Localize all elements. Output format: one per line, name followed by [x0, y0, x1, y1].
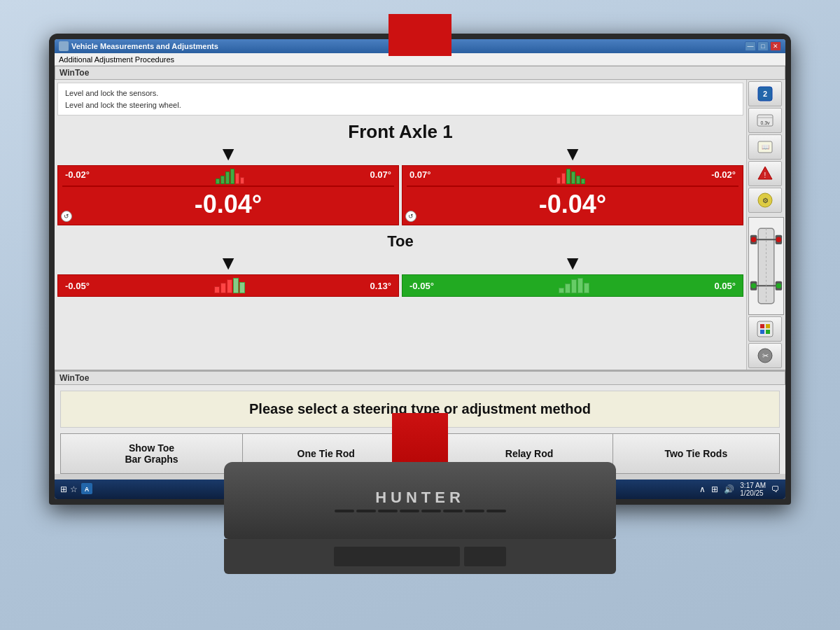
vehicle-schematic: [749, 220, 783, 312]
minimize-button[interactable]: —: [745, 41, 756, 51]
taskbar-datetime: 3:17 AM 1/20/25: [740, 482, 766, 497]
front-axle-panels: ▼ -0.02°: [55, 144, 746, 228]
bar-seg: [584, 283, 589, 293]
svg-text:⚙: ⚙: [762, 197, 769, 204]
vent-6: [443, 510, 463, 512]
front-left-bar-graph: [214, 169, 246, 184]
wintoe-top-header: WinToe: [55, 66, 785, 80]
monitor-outer: Vehicle Measurements and Adjustments — □…: [49, 14, 791, 616]
show-toe-bar-graphs-button[interactable]: Show Toe Bar Graphs: [61, 434, 243, 473]
instructions-box: Level and lock the sensors. Level and lo…: [57, 83, 743, 115]
bar-seg: [565, 284, 570, 293]
keyboard-numpad: [464, 547, 506, 566]
bar-seg: [227, 279, 232, 293]
bar-seg: [581, 178, 585, 184]
svg-text:📖: 📖: [762, 143, 770, 151]
sidebar-icon-5[interactable]: ⚙: [748, 188, 782, 213]
taskbar-icon-star[interactable]: ☆: [70, 484, 78, 494]
front-left-main-val: -0.04°: [62, 186, 394, 222]
bar-seg: [566, 169, 570, 184]
front-right-wheel-block: ▼ 0.07°: [402, 144, 743, 225]
restore-button[interactable]: □: [757, 41, 769, 51]
svg-rect-25: [766, 324, 770, 328]
taskbar-network-icon: ⊞: [711, 484, 718, 494]
front-right-bar-graph: [555, 169, 587, 184]
rear-right-arrow: ▼: [402, 253, 743, 273]
start-icon[interactable]: ⊞: [60, 484, 67, 494]
content-area: Level and lock the sensors. Level and lo…: [55, 80, 785, 370]
two-tie-rods-button[interactable]: Two Tie Rods: [613, 434, 779, 473]
close-button[interactable]: ✕: [770, 41, 781, 51]
svg-point-21: [751, 237, 757, 243]
svg-rect-27: [766, 330, 770, 334]
svg-text:✂: ✂: [762, 351, 769, 360]
taskbar-arrow-icon[interactable]: ∧: [699, 484, 706, 494]
rear-left-top-left-val: -0.05°: [62, 280, 92, 292]
rear-right-wheel-block: ▼ -0.05°: [402, 253, 743, 297]
bar-seg: [220, 176, 225, 184]
svg-rect-24: [760, 324, 764, 328]
taskbar-icon-app[interactable]: A: [80, 482, 93, 497]
bar-seg: [216, 178, 220, 184]
sidebar-icon-6[interactable]: [748, 316, 782, 342]
bar-seg: [561, 173, 566, 184]
bar-seg: [230, 169, 234, 184]
hunter-machine-base: HUNTER: [224, 462, 616, 574]
vent-2: [356, 510, 376, 512]
front-left-top-row: -0.02°: [62, 169, 394, 184]
taskbar-notification-icon[interactable]: 🗨: [771, 484, 780, 494]
bar-seg: [559, 288, 564, 293]
taskbar-volume-icon[interactable]: 🔊: [724, 484, 734, 494]
front-right-arrow: ▼: [402, 144, 743, 164]
taskbar-date: 1/20/25: [740, 489, 766, 497]
svg-text:!: !: [764, 172, 766, 179]
menu-item-procedures[interactable]: Additional Adjustment Procedures: [59, 55, 174, 64]
bar-seg: [571, 279, 577, 293]
front-left-icon: ↺: [61, 211, 72, 222]
window-title-area: Vehicle Measurements and Adjustments: [59, 41, 218, 51]
rear-right-bars: [557, 278, 591, 293]
svg-text:0.3v: 0.3v: [760, 120, 770, 125]
vent-7: [465, 510, 484, 512]
sidebar-icon-4[interactable]: !: [748, 161, 782, 186]
svg-point-20: [776, 284, 782, 289]
sidebar-icon-7[interactable]: ✂: [748, 343, 782, 368]
rear-left-top-right-val: 0.13°: [367, 280, 394, 292]
instruction-line2: Level and lock the steering wheel.: [65, 99, 736, 111]
rear-right-panel: -0.05° 0.05°: [402, 274, 743, 297]
bar-seg: [235, 173, 239, 184]
app-icon: [59, 41, 69, 51]
bar-seg: [571, 172, 575, 184]
svg-text:2: 2: [763, 90, 767, 98]
front-left-toe-panel: -0.02°: [57, 165, 399, 225]
rear-left-arrow: ▼: [57, 253, 399, 273]
svg-text:A: A: [85, 486, 90, 493]
keyboard-main: [334, 547, 460, 566]
titlebar-controls: — □ ✕: [745, 41, 781, 51]
sidebar-icon-1[interactable]: 2: [748, 81, 782, 106]
bar-seg: [214, 286, 220, 293]
rear-left-panel: -0.05° 0.13°: [57, 274, 399, 297]
front-left-top-left-val: -0.02°: [62, 169, 92, 181]
vent-8: [486, 510, 506, 512]
bar-seg: [578, 278, 583, 293]
front-left-wheel-block: ▼ -0.02°: [57, 144, 399, 225]
svg-rect-23: [757, 321, 773, 337]
vent-4: [400, 510, 419, 512]
front-right-main-val: -0.04°: [407, 186, 738, 222]
vent-5: [421, 510, 441, 512]
front-right-top-right-val: -0.02°: [708, 169, 738, 181]
hunter-logo: HUNTER: [375, 489, 465, 507]
front-right-top-left-val: 0.07°: [407, 169, 434, 181]
rear-axle-panels: ▼ -0.05°: [55, 253, 746, 297]
taskbar-time: 3:17 AM: [740, 482, 766, 489]
taskbar-left: ⊞ ☆ A: [60, 482, 93, 497]
hunter-keyboard-area: [224, 539, 616, 574]
bar-seg: [220, 283, 226, 293]
sidebar-icon-2[interactable]: 0.3v: [748, 108, 782, 133]
sidebar-icon-3[interactable]: 📖: [748, 134, 782, 160]
bar-seg: [225, 172, 230, 184]
svg-point-22: [776, 237, 782, 243]
axle-title: Front Axle 1: [55, 118, 746, 144]
front-right-toe-panel: 0.07°: [402, 165, 743, 225]
